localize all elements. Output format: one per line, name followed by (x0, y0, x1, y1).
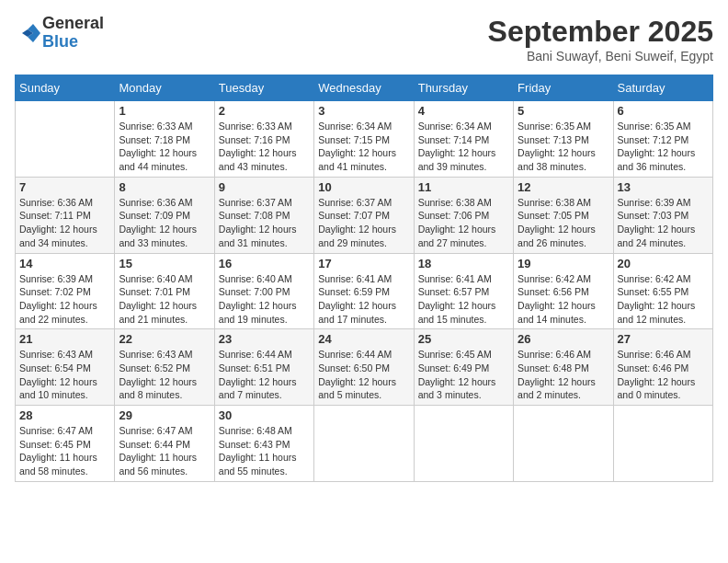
day-number: 15 (119, 257, 210, 270)
logo: General Blue (15, 15, 104, 52)
day-info: Sunrise: 6:45 AM Sunset: 6:49 PM Dayligh… (418, 348, 509, 402)
day-number: 20 (618, 257, 709, 270)
day-info: Sunrise: 6:46 AM Sunset: 6:46 PM Dayligh… (618, 348, 709, 402)
calendar-cell: 2Sunrise: 6:33 AM Sunset: 7:16 PM Daylig… (214, 101, 313, 178)
calendar-cell: 5Sunrise: 6:35 AM Sunset: 7:13 PM Daylig… (514, 101, 613, 178)
day-info: Sunrise: 6:46 AM Sunset: 6:48 PM Dayligh… (518, 348, 609, 402)
calendar-cell: 22Sunrise: 6:43 AM Sunset: 6:52 PM Dayli… (115, 329, 214, 406)
day-number: 16 (219, 257, 310, 270)
calendar-cell (16, 101, 115, 178)
day-number: 6 (618, 104, 709, 118)
day-number: 25 (418, 332, 509, 346)
calendar-cell: 6Sunrise: 6:35 AM Sunset: 7:12 PM Daylig… (613, 101, 712, 178)
day-info: Sunrise: 6:44 AM Sunset: 6:50 PM Dayligh… (318, 348, 409, 402)
calendar-cell (514, 406, 613, 482)
day-info: Sunrise: 6:36 AM Sunset: 7:09 PM Dayligh… (119, 196, 210, 250)
calendar-cell: 30Sunrise: 6:48 AM Sunset: 6:43 PM Dayli… (214, 406, 313, 482)
weekday-header-row: SundayMondayTuesdayWednesdayThursdayFrid… (16, 75, 713, 101)
day-number: 11 (418, 180, 509, 194)
calendar-cell: 29Sunrise: 6:47 AM Sunset: 6:44 PM Dayli… (115, 406, 214, 482)
calendar-table: SundayMondayTuesdayWednesdayThursdayFrid… (15, 75, 713, 482)
day-number: 2 (219, 104, 310, 118)
day-number: 18 (418, 257, 509, 270)
location-subtitle: Bani Suwayf, Beni Suweif, Egypt (488, 49, 713, 63)
logo-blue-text: Blue (42, 33, 104, 52)
calendar-cell: 23Sunrise: 6:44 AM Sunset: 6:51 PM Dayli… (214, 329, 313, 406)
day-info: Sunrise: 6:38 AM Sunset: 7:06 PM Dayligh… (418, 196, 509, 250)
calendar-week-row: 1Sunrise: 6:33 AM Sunset: 7:18 PM Daylig… (16, 101, 713, 178)
weekday-header-sunday: Sunday (16, 75, 115, 101)
day-info: Sunrise: 6:37 AM Sunset: 7:08 PM Dayligh… (219, 196, 310, 250)
day-info: Sunrise: 6:41 AM Sunset: 6:57 PM Dayligh… (418, 272, 509, 327)
day-info: Sunrise: 6:48 AM Sunset: 6:43 PM Dayligh… (219, 424, 310, 478)
day-info: Sunrise: 6:42 AM Sunset: 6:56 PM Dayligh… (518, 272, 609, 327)
logo-icon (15, 20, 40, 46)
weekday-header-saturday: Saturday (613, 75, 712, 101)
calendar-cell: 1Sunrise: 6:33 AM Sunset: 7:18 PM Daylig… (115, 101, 214, 178)
calendar-cell: 14Sunrise: 6:39 AM Sunset: 7:02 PM Dayli… (16, 253, 115, 329)
day-number: 29 (119, 408, 210, 422)
logo-general-text: General (42, 15, 104, 33)
day-number: 21 (19, 332, 110, 346)
day-number: 27 (618, 332, 709, 346)
day-number: 19 (518, 257, 609, 270)
day-info: Sunrise: 6:43 AM Sunset: 6:54 PM Dayligh… (19, 348, 110, 402)
day-number: 3 (318, 104, 409, 118)
day-number: 13 (618, 180, 709, 194)
calendar-cell: 27Sunrise: 6:46 AM Sunset: 6:46 PM Dayli… (613, 329, 712, 406)
day-number: 23 (219, 332, 310, 346)
day-info: Sunrise: 6:44 AM Sunset: 6:51 PM Dayligh… (219, 348, 310, 402)
day-number: 4 (418, 104, 509, 118)
calendar-cell: 3Sunrise: 6:34 AM Sunset: 7:15 PM Daylig… (314, 101, 414, 178)
day-number: 1 (119, 104, 210, 118)
day-number: 8 (119, 180, 210, 194)
calendar-week-row: 28Sunrise: 6:47 AM Sunset: 6:45 PM Dayli… (16, 406, 713, 482)
calendar-cell: 11Sunrise: 6:38 AM Sunset: 7:06 PM Dayli… (414, 177, 513, 253)
day-info: Sunrise: 6:39 AM Sunset: 7:03 PM Dayligh… (618, 196, 709, 250)
day-info: Sunrise: 6:34 AM Sunset: 7:14 PM Dayligh… (418, 120, 509, 174)
calendar-cell: 15Sunrise: 6:40 AM Sunset: 7:01 PM Dayli… (115, 253, 214, 329)
page-header: General Blue September 2025 Bani Suwayf,… (15, 15, 713, 63)
calendar-cell: 8Sunrise: 6:36 AM Sunset: 7:09 PM Daylig… (115, 177, 214, 253)
day-number: 22 (119, 332, 210, 346)
calendar-cell: 25Sunrise: 6:45 AM Sunset: 6:49 PM Dayli… (414, 329, 513, 406)
calendar-week-row: 21Sunrise: 6:43 AM Sunset: 6:54 PM Dayli… (16, 329, 713, 406)
calendar-cell: 12Sunrise: 6:38 AM Sunset: 7:05 PM Dayli… (514, 177, 613, 253)
day-info: Sunrise: 6:34 AM Sunset: 7:15 PM Dayligh… (318, 120, 409, 174)
day-info: Sunrise: 6:41 AM Sunset: 6:59 PM Dayligh… (318, 272, 409, 327)
day-info: Sunrise: 6:40 AM Sunset: 7:01 PM Dayligh… (119, 272, 210, 327)
day-number: 14 (19, 257, 110, 270)
calendar-cell: 9Sunrise: 6:37 AM Sunset: 7:08 PM Daylig… (214, 177, 313, 253)
calendar-week-row: 7Sunrise: 6:36 AM Sunset: 7:11 PM Daylig… (16, 177, 713, 253)
calendar-cell: 21Sunrise: 6:43 AM Sunset: 6:54 PM Dayli… (16, 329, 115, 406)
day-number: 10 (318, 180, 409, 194)
calendar-week-row: 14Sunrise: 6:39 AM Sunset: 7:02 PM Dayli… (16, 253, 713, 329)
calendar-cell: 26Sunrise: 6:46 AM Sunset: 6:48 PM Dayli… (514, 329, 613, 406)
month-title: September 2025 (488, 15, 713, 49)
calendar-cell: 18Sunrise: 6:41 AM Sunset: 6:57 PM Dayli… (414, 253, 513, 329)
day-number: 24 (318, 332, 409, 346)
day-number: 26 (518, 332, 609, 346)
calendar-cell: 7Sunrise: 6:36 AM Sunset: 7:11 PM Daylig… (16, 177, 115, 253)
day-number: 30 (219, 408, 310, 422)
day-info: Sunrise: 6:39 AM Sunset: 7:02 PM Dayligh… (19, 272, 110, 327)
calendar-cell: 20Sunrise: 6:42 AM Sunset: 6:55 PM Dayli… (613, 253, 712, 329)
calendar-cell: 10Sunrise: 6:37 AM Sunset: 7:07 PM Dayli… (314, 177, 414, 253)
day-info: Sunrise: 6:47 AM Sunset: 6:45 PM Dayligh… (19, 424, 110, 478)
title-block: September 2025 Bani Suwayf, Beni Suweif,… (488, 15, 713, 63)
weekday-header-wednesday: Wednesday (314, 75, 414, 101)
weekday-header-thursday: Thursday (414, 75, 513, 101)
day-info: Sunrise: 6:42 AM Sunset: 6:55 PM Dayligh… (618, 272, 709, 327)
day-number: 5 (518, 104, 609, 118)
day-number: 12 (518, 180, 609, 194)
calendar-cell: 24Sunrise: 6:44 AM Sunset: 6:50 PM Dayli… (314, 329, 414, 406)
calendar-cell: 19Sunrise: 6:42 AM Sunset: 6:56 PM Dayli… (514, 253, 613, 329)
day-info: Sunrise: 6:40 AM Sunset: 7:00 PM Dayligh… (219, 272, 310, 327)
day-info: Sunrise: 6:35 AM Sunset: 7:13 PM Dayligh… (518, 120, 609, 174)
calendar-cell (414, 406, 513, 482)
day-info: Sunrise: 6:33 AM Sunset: 7:18 PM Dayligh… (119, 120, 210, 174)
day-info: Sunrise: 6:47 AM Sunset: 6:44 PM Dayligh… (119, 424, 210, 478)
day-number: 17 (318, 257, 409, 270)
weekday-header-monday: Monday (115, 75, 214, 101)
day-info: Sunrise: 6:38 AM Sunset: 7:05 PM Dayligh… (518, 196, 609, 250)
